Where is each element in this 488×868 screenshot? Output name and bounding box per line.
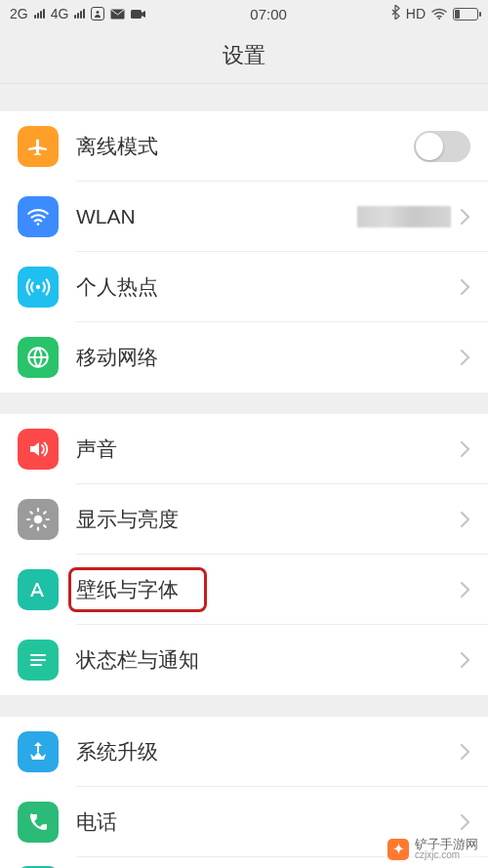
- sound-label: 声音: [76, 435, 459, 463]
- row-airplane-mode[interactable]: 离线模式: [0, 111, 488, 182]
- chevron-right-icon: [459, 277, 470, 297]
- chevron-right-icon: [459, 207, 470, 227]
- phone-label: 电话: [76, 808, 459, 836]
- update-icon: [18, 731, 59, 772]
- svg-point-4: [37, 223, 40, 226]
- net-label-2: 4G: [51, 6, 69, 21]
- row-system-update[interactable]: 系统升级: [0, 717, 488, 787]
- watermark: ✦ 铲子手游网 czjxjc.com: [384, 836, 482, 862]
- phone-icon: [18, 802, 59, 843]
- wifi-status-icon: [431, 8, 447, 20]
- wlan-value-obscured: [357, 206, 451, 227]
- signal-bars-2: [74, 9, 85, 19]
- list-icon: [18, 640, 59, 681]
- hotspot-icon: [18, 267, 59, 308]
- airplane-icon: [18, 126, 59, 167]
- wallpaper-font-label: 壁纸与字体: [76, 576, 459, 603]
- mail-status-icon: [110, 9, 125, 20]
- bluetooth-icon: [390, 5, 400, 22]
- airplane-toggle[interactable]: [414, 131, 470, 162]
- airplane-label: 离线模式: [76, 133, 414, 160]
- svg-point-0: [97, 11, 100, 14]
- row-hotspot[interactable]: 个人热点: [0, 252, 488, 322]
- page-title: 设置: [0, 27, 488, 84]
- row-wlan[interactable]: WLAN: [0, 182, 488, 252]
- svg-rect-2: [131, 10, 142, 19]
- svg-point-7: [34, 516, 43, 524]
- row-statusbar-notifications[interactable]: 状态栏与通知: [0, 625, 488, 695]
- chevron-right-icon: [459, 348, 470, 367]
- svg-point-5: [36, 285, 40, 289]
- chevron-right-icon: [459, 439, 470, 459]
- wlan-label: WLAN: [76, 205, 357, 228]
- font-icon: [18, 569, 59, 610]
- chevron-right-icon: [459, 510, 470, 529]
- sound-icon: [18, 429, 59, 470]
- signal-bars-1: [34, 9, 45, 19]
- user-status-icon: [91, 7, 104, 21]
- mobile-network-label: 移动网络: [76, 344, 459, 371]
- net-label-1: 2G: [10, 6, 28, 21]
- status-time: 07:00: [250, 6, 287, 22]
- row-display-brightness[interactable]: 显示与亮度: [0, 484, 488, 555]
- row-mobile-network[interactable]: 移动网络: [0, 322, 488, 393]
- display-label: 显示与亮度: [76, 506, 459, 533]
- watermark-url: czjxjc.com: [415, 850, 478, 860]
- system-update-label: 系统升级: [76, 738, 459, 765]
- status-bar: 2G 4G 07:00 HD: [0, 0, 488, 27]
- settings-group-display: 声音 显示与亮度 壁纸与字体 状态栏与通知: [0, 414, 488, 695]
- chevron-right-icon: [459, 812, 470, 832]
- chevron-right-icon: [459, 742, 470, 762]
- svg-point-3: [438, 18, 440, 20]
- chevron-right-icon: [459, 650, 470, 670]
- status-left: 2G 4G: [10, 6, 146, 21]
- watermark-logo-icon: ✦: [387, 839, 409, 860]
- battery-icon: [453, 8, 478, 21]
- status-right: HD: [390, 5, 478, 22]
- hd-label: HD: [406, 6, 426, 21]
- row-wallpaper-font[interactable]: 壁纸与字体: [0, 555, 488, 625]
- globe-icon: [18, 337, 59, 378]
- statusbar-label: 状态栏与通知: [76, 646, 459, 674]
- row-sound[interactable]: 声音: [0, 414, 488, 484]
- hotspot-label: 个人热点: [76, 273, 459, 301]
- settings-group-network: 离线模式 WLAN 个人热点 移动网络: [0, 111, 488, 393]
- wifi-icon: [18, 196, 59, 237]
- brightness-icon: [18, 499, 59, 540]
- chevron-right-icon: [459, 580, 470, 599]
- video-status-icon: [131, 9, 146, 20]
